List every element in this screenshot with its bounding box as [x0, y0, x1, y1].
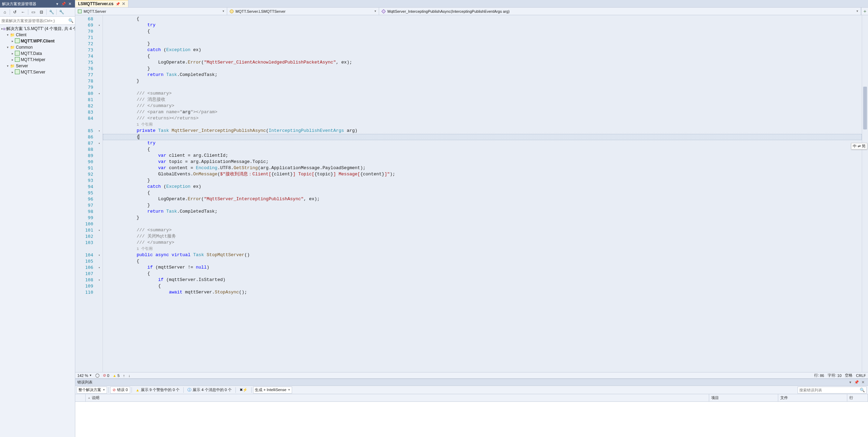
line-number-gutter: 6869707172737475767778798081828384858687… — [75, 15, 96, 372]
editor-tab-active[interactable]: LSMQTTServer.cs 📌 ✕ — [75, 0, 128, 7]
solution-explorer-title: 解决方案资源管理器 — [2, 1, 54, 7]
error-list-search-input[interactable] — [799, 388, 860, 392]
scope-combo[interactable]: 整个解决方案▼ — [77, 387, 107, 394]
clear-filter-icon[interactable]: ✖⚡ — [237, 387, 250, 394]
panel-dropdown-icon[interactable]: ▾ — [847, 380, 853, 385]
svg-rect-0 — [78, 10, 81, 13]
folder-client[interactable]: ▾📁Client — [0, 32, 75, 38]
error-list-toolbar: 整个解决方案▼ ⊘错误 0 ▲展示 9 个警告中的 0 个 ⓘ展示 4 个消息中… — [75, 386, 868, 394]
chevron-down-icon: ▼ — [856, 10, 859, 13]
chevron-down-icon: ▼ — [222, 10, 225, 13]
panel-dropdown-icon[interactable]: ▾ — [54, 2, 60, 6]
folder-server[interactable]: ▾📁Server — [0, 63, 75, 69]
error-list-panel: 错误列表 ▾ 📌 ✕ 整个解决方案▼ ⊘错误 0 ▲展示 9 个警告中的 0 个… — [75, 378, 868, 437]
search-icon[interactable]: 🔍 — [860, 388, 865, 392]
tab-pin-icon[interactable]: 📌 — [116, 2, 120, 6]
status-warnings[interactable]: ▲5 — [113, 373, 119, 378]
status-line: 行: 86 — [814, 373, 824, 378]
status-nav-down[interactable]: ↓ — [128, 373, 131, 378]
close-icon[interactable]: ✕ — [860, 380, 866, 385]
pin-icon[interactable]: 📌 — [853, 380, 860, 385]
project-mqtt-server[interactable]: ▸MQTT.Server — [0, 69, 75, 75]
split-editor-button[interactable]: ＋ — [861, 8, 868, 15]
col-description[interactable]: ▲说明 — [86, 394, 709, 401]
status-no-issues[interactable]: ◯ — [95, 373, 99, 378]
svg-point-1 — [230, 10, 233, 13]
show-all-icon[interactable]: ▭ — [29, 8, 37, 16]
col-project[interactable]: 项目 — [709, 394, 778, 401]
properties-icon[interactable]: 🔧 — [47, 8, 56, 16]
project-mqtt-data[interactable]: ▸MQTT.Data — [0, 50, 75, 57]
sync-icon[interactable]: ↺ — [11, 8, 19, 16]
project-mqtt-helper[interactable]: ▸MQTT.Helper — [0, 57, 75, 63]
nav-method-text: MqttServer_InterceptingPublishAsync(Inte… — [387, 9, 855, 13]
home-icon[interactable]: ⌂ — [1, 8, 9, 16]
nav-class-combo[interactable]: MQTT.Server.LSMQTTServer ▼ — [227, 8, 379, 15]
back-icon[interactable]: ← — [19, 8, 27, 16]
build-intellisense-combo[interactable]: 生成 + IntelliSense▼ — [253, 387, 292, 394]
pin-icon[interactable]: 📌 — [60, 2, 67, 6]
zoom-level[interactable]: 142 % ▼ — [77, 373, 92, 378]
chevron-down-icon: ▼ — [374, 10, 377, 13]
svg-rect-2 — [382, 9, 385, 13]
editor-status-bar: 142 % ▼ ◯ ⊘0 ▲5 ↑ ↓ 行: 86 字符: 10 空格 CRLF — [75, 372, 868, 378]
status-eol[interactable]: CRLF — [856, 373, 866, 378]
method-icon — [381, 9, 386, 14]
errors-filter[interactable]: ⊘错误 0 — [110, 387, 130, 394]
code-body[interactable]: { try { } catch (Exception ex) { LogOper… — [103, 15, 862, 372]
fold-gutter[interactable] — [96, 15, 103, 372]
vertical-scrollbar[interactable] — [862, 15, 868, 372]
project-mqtt-wpf-client[interactable]: ▸MQTT.WPF.Client — [0, 38, 75, 44]
error-list-headers: ▲说明 项目 文件 行 — [75, 394, 868, 402]
status-char: 字符: 10 — [828, 373, 841, 378]
collapse-icon[interactable]: ⊟ — [37, 8, 46, 16]
solution-explorer-panel: 解决方案资源管理器 ▾ 📌 ✕ ⌂ ↺ ← ▭ ⊟ 🔧 🔧 🔍 ▸⧇解决方案 '… — [0, 0, 75, 437]
editor-tab-label: LSMQTTServer.cs — [78, 1, 114, 6]
csproj-icon — [77, 9, 82, 14]
navigation-bar: MQTT.Server ▼ MQTT.Server.LSMQTTServer ▼… — [75, 8, 868, 15]
solution-tree[interactable]: ▸⧇解决方案 'LS.MQTT' (4 个项目, 共 4 个)▾📁Client▸… — [0, 25, 75, 437]
code-editor[interactable]: 6869707172737475767778798081828384858687… — [75, 15, 868, 372]
nav-project-combo[interactable]: MQTT.Server ▼ — [75, 8, 227, 15]
status-space[interactable]: 空格 — [845, 373, 852, 378]
error-list-title: 错误列表 — [77, 380, 847, 385]
error-list-search: 🔍 — [798, 387, 867, 394]
scrollbar-thumb[interactable] — [863, 87, 867, 129]
ime-indicator[interactable]: 中 ⇌ 简 — [851, 143, 867, 149]
solution-explorer-toolbar: ⌂ ↺ ← ▭ ⊟ 🔧 🔧 — [0, 8, 75, 17]
col-file[interactable]: 文件 — [778, 394, 847, 401]
messages-filter[interactable]: ⓘ展示 4 个消息中的 0 个 — [185, 387, 234, 394]
solution-explorer-titlebar: 解决方案资源管理器 ▾ 📌 ✕ — [0, 0, 75, 8]
solution-search-input[interactable] — [1, 19, 68, 23]
nav-class-text: MQTT.Server.LSMQTTServer — [235, 9, 373, 13]
warnings-filter[interactable]: ▲展示 9 个警告中的 0 个 — [133, 387, 182, 394]
preview-icon[interactable]: 🔧 — [57, 8, 66, 16]
status-errors[interactable]: ⊘0 — [103, 373, 109, 378]
solution-search-row: 🔍 — [0, 17, 75, 25]
col-line[interactable]: 行 — [847, 394, 868, 401]
editor-tab-bar: LSMQTTServer.cs 📌 ✕ — [75, 0, 868, 8]
status-nav-up[interactable]: ↑ — [123, 373, 125, 378]
class-icon — [229, 9, 234, 14]
error-list-body[interactable] — [75, 402, 868, 437]
close-icon[interactable]: ✕ — [67, 2, 73, 6]
search-icon[interactable]: 🔍 — [68, 18, 74, 23]
tab-close-icon[interactable]: ✕ — [122, 1, 125, 6]
col-icon[interactable] — [75, 394, 86, 401]
error-list-titlebar: 错误列表 ▾ 📌 ✕ — [75, 379, 868, 386]
nav-project-text: MQTT.Server — [84, 9, 221, 13]
nav-method-combo[interactable]: MqttServer_InterceptingPublishAsync(Inte… — [379, 8, 861, 15]
folder-common[interactable]: ▾📁Common — [0, 44, 75, 50]
